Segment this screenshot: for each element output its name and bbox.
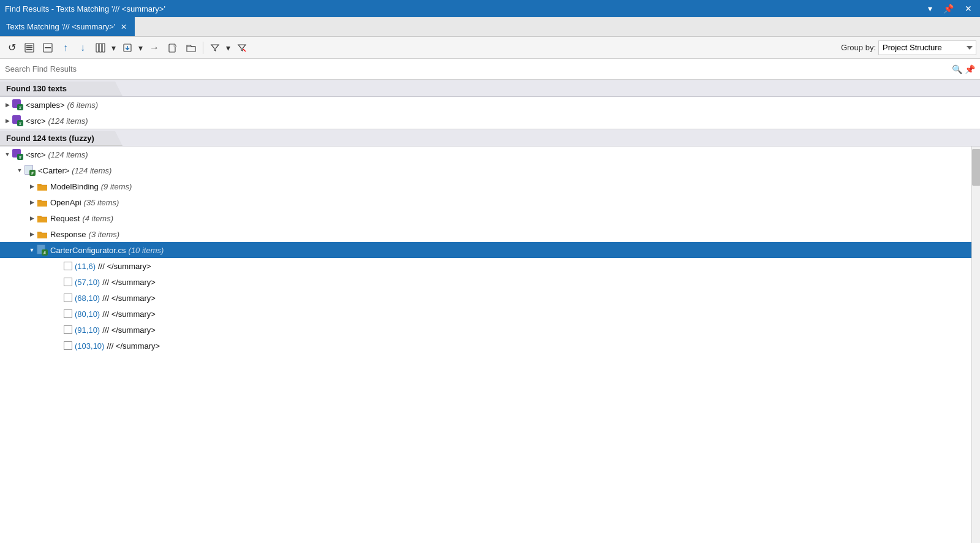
show-columns-button[interactable]: [92, 40, 109, 56]
expand-icon-request: ▶: [27, 213, 37, 223]
samples-project-icon: #: [12, 99, 23, 110]
expand-icon-response: ▶: [27, 229, 37, 239]
openapi-node[interactable]: ▶ OpenApi (35 items): [0, 194, 971, 210]
samples-label: <samples>: [26, 101, 65, 110]
filter-button[interactable]: [206, 40, 224, 56]
result-code-2: /// </summary>: [102, 278, 156, 287]
request-count: (4 items): [82, 214, 113, 223]
refresh-button[interactable]: ↺: [4, 40, 20, 56]
svg-rect-3: [26, 49, 32, 50]
expand-icon-src-fuzzy: ▼: [2, 150, 12, 159]
export-button[interactable]: [119, 40, 136, 56]
export-dropdown[interactable]: ▾: [136, 40, 145, 56]
open-file-button[interactable]: [164, 40, 181, 56]
main-content: Found 130 texts ▶ # <samples> (6 items) …: [0, 80, 980, 543]
src-fuzzy-label: <src>: [26, 150, 46, 159]
expand-all-button[interactable]: [21, 40, 38, 56]
src-project-icon: #: [12, 115, 23, 126]
modelbinding-node[interactable]: ▶ ModelBinding (9 items): [0, 178, 971, 194]
result-code-5: /// </summary>: [102, 325, 156, 335]
result-row-1[interactable]: (11,6) /// </summary>: [0, 258, 971, 274]
title-bar: Find Results - Texts Matching '/// <summ…: [0, 0, 980, 17]
result-location-3: (68,10): [75, 294, 100, 303]
response-label: Response: [50, 230, 86, 239]
svg-rect-1: [26, 45, 32, 47]
search-icon: 🔍: [952, 64, 962, 74]
result-checkbox-3[interactable]: [64, 294, 72, 302]
result-row-6[interactable]: (103,10) /// </summary>: [0, 338, 971, 354]
expand-icon-src: ▶: [2, 116, 12, 126]
group-by-select[interactable]: Project Structure File None: [878, 40, 976, 55]
result-row-5[interactable]: (91,10) /// </summary>: [0, 322, 971, 338]
section-all-header: Found 130 texts: [0, 82, 123, 96]
collapse-all-button[interactable]: [39, 40, 56, 56]
result-location-1: (11,6): [75, 262, 96, 271]
svg-rect-6: [96, 44, 99, 52]
show-columns-group: ▾: [92, 40, 118, 56]
expand-icon-carter: ▼: [15, 165, 24, 175]
src-fuzzy-node[interactable]: ▼ # <src> (124 items): [0, 146, 971, 162]
modelbinding-label: ModelBinding: [50, 182, 99, 191]
request-folder-icon: [37, 213, 48, 224]
result-row-2[interactable]: (57,10) /// </summary>: [0, 274, 971, 290]
prev-result-button[interactable]: ↑: [58, 40, 74, 56]
carterconfigurator-node[interactable]: ▼ # CarterConfigurator.cs (10 items): [0, 242, 971, 258]
result-code-3: /// </summary>: [102, 294, 156, 303]
result-checkbox-2[interactable]: [64, 278, 72, 286]
openapi-label: OpenApi: [50, 198, 81, 207]
svg-rect-8: [102, 44, 105, 52]
svg-line-11: [243, 49, 246, 51]
result-code-4: /// </summary>: [102, 309, 156, 319]
show-columns-dropdown[interactable]: ▾: [109, 40, 118, 56]
search-bar: 🔍 📌: [0, 59, 980, 80]
title-bar-dropdown[interactable]: ▾: [925, 3, 935, 14]
result-location-4: (80,10): [75, 309, 100, 319]
result-location-5: (91,10): [75, 325, 100, 335]
src-fuzzy-count: (124 items): [48, 150, 88, 159]
response-node[interactable]: ▶ Response (3 items): [0, 226, 971, 242]
section-all-title: Found 130 texts: [6, 84, 67, 93]
tab-label: Texts Matching '/// <summary>': [6, 22, 115, 31]
openapi-count: (35 items): [84, 198, 119, 207]
scrollbar-track[interactable]: [971, 146, 980, 543]
export-group: ▾: [119, 40, 145, 56]
result-row-3[interactable]: (68,10) /// </summary>: [0, 290, 971, 306]
samples-tree-node[interactable]: ▶ # <samples> (6 items): [0, 97, 980, 113]
filter-group: ▾: [206, 40, 232, 56]
result-checkbox-5[interactable]: [64, 325, 72, 334]
tree-content: ▼ # <src> (124 items) ▼ # <Carter>: [0, 146, 971, 543]
svg-rect-7: [99, 44, 102, 52]
active-tab[interactable]: Texts Matching '/// <summary>' ✕: [0, 17, 135, 36]
title-bar-close[interactable]: ✕: [962, 3, 975, 14]
title-bar-pin[interactable]: 📌: [940, 3, 957, 14]
toolbar: ↺ ↑ ↓ ▾ ▾ → ▾ Group b: [0, 37, 980, 59]
result-checkbox-1[interactable]: [64, 262, 72, 270]
result-location-6: (103,10): [75, 341, 104, 351]
carter-count: (124 items): [72, 166, 111, 175]
clear-filter-button[interactable]: [233, 40, 251, 56]
request-node[interactable]: ▶ Request (4 items): [0, 210, 971, 226]
tab-close-button[interactable]: ✕: [119, 22, 129, 32]
carterconfigurator-label: CarterConfigurator.cs: [50, 246, 126, 255]
result-checkbox-4[interactable]: [64, 309, 72, 318]
tab-bar: Texts Matching '/// <summary>' ✕: [0, 17, 980, 37]
go-forward-button[interactable]: →: [146, 40, 163, 56]
result-row-4[interactable]: (80,10) /// </summary>: [0, 306, 971, 322]
next-result-button[interactable]: ↓: [75, 40, 91, 56]
section-all: Found 130 texts ▶ # <samples> (6 items) …: [0, 80, 980, 129]
expand-icon-modelbinding: ▶: [27, 181, 37, 191]
open-containing-button[interactable]: [183, 40, 200, 56]
title-bar-controls: ▾ 📌 ✕: [925, 3, 975, 14]
src-tree-node[interactable]: ▶ # <src> (124 items): [0, 113, 980, 129]
carter-node[interactable]: ▼ # <Carter> (124 items): [0, 162, 971, 178]
svg-rect-2: [26, 47, 32, 48]
expand-icon-samples: ▶: [2, 100, 12, 110]
section-fuzzy: Found 124 texts (fuzzy) ▼ # <src> (124 i…: [0, 129, 980, 543]
result-checkbox-6[interactable]: [64, 341, 72, 350]
group-by-label: Group by:: [841, 43, 876, 52]
openapi-folder-icon: [37, 197, 48, 208]
search-input[interactable]: [5, 64, 949, 74]
filter-dropdown[interactable]: ▾: [224, 40, 232, 56]
modelbinding-count: (9 items): [101, 182, 132, 191]
scrollbar-thumb[interactable]: [972, 149, 980, 186]
